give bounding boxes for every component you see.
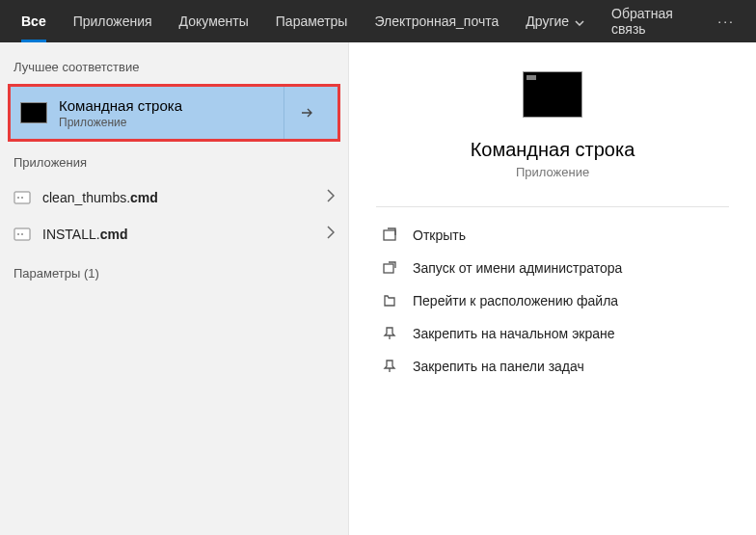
action-pin-start[interactable]: Закрепить на начальном экране: [376, 317, 729, 350]
svg-point-1: [17, 197, 19, 199]
apps-section-header: Приложения: [0, 151, 348, 179]
chevron-down-icon: [575, 13, 584, 29]
best-match-title: Командная строка: [59, 97, 284, 114]
filename-prefix: INSTALL.: [42, 227, 100, 242]
action-label: Закрепить на начальном экране: [413, 326, 615, 341]
chevron-right-icon: [327, 226, 335, 243]
tab-apps[interactable]: Приложения: [60, 0, 166, 42]
list-item[interactable]: INSTALL.cmd: [0, 216, 348, 253]
list-item[interactable]: clean_thumbs.cmd: [0, 179, 348, 216]
expand-arrow-button[interactable]: [284, 87, 328, 139]
best-match-subtitle: Приложение: [59, 116, 284, 129]
best-match-header: Лучшее соответствие: [0, 56, 348, 84]
tab-documents[interactable]: Документы: [166, 0, 262, 42]
preview-pane: Командная строка Приложение Открыть Запу…: [349, 42, 756, 535]
file-icon: [14, 191, 31, 204]
params-section-header[interactable]: Параметры (1): [0, 253, 348, 290]
action-file-location[interactable]: Перейти к расположению файла: [376, 284, 729, 317]
best-match-highlight: Командная строка Приложение: [8, 84, 340, 142]
best-match-texts: Командная строка Приложение: [59, 97, 284, 129]
admin-icon: [380, 258, 399, 278]
open-icon: [380, 226, 399, 245]
pin-start-icon: [380, 324, 399, 343]
folder-icon: [380, 291, 399, 310]
filename-prefix: clean_thumbs.: [42, 190, 130, 205]
top-tab-bar: Все Приложения Документы Параметры Элект…: [0, 0, 756, 42]
svg-rect-6: [384, 230, 395, 240]
svg-point-5: [21, 233, 23, 235]
list-item-label: INSTALL.cmd: [42, 227, 327, 242]
divider: [376, 206, 729, 207]
chevron-right-icon: [327, 189, 335, 206]
tab-settings[interactable]: Параметры: [262, 0, 362, 42]
tab-all[interactable]: Все: [8, 0, 60, 42]
results-pane: Лучшее соответствие Командная строка При…: [0, 42, 349, 535]
preview-title: Командная строка: [471, 139, 635, 161]
list-item-label: clean_thumbs.cmd: [42, 190, 327, 205]
svg-point-2: [21, 197, 23, 199]
tab-other-label: Другие: [526, 13, 569, 29]
pin-taskbar-icon: [380, 357, 399, 376]
file-icon: [14, 227, 31, 241]
best-match-result[interactable]: Командная строка Приложение: [11, 87, 338, 139]
action-open[interactable]: Открыть: [376, 219, 729, 252]
action-run-as-admin[interactable]: Запуск от имени администратора: [376, 252, 729, 284]
feedback-link[interactable]: Обратная связь: [598, 6, 704, 37]
action-label: Запуск от имени администратора: [413, 260, 622, 276]
filename-match: cmd: [100, 227, 128, 242]
tab-other[interactable]: Другие: [512, 0, 598, 42]
tab-email[interactable]: Электронная_почта: [361, 0, 512, 42]
preview-subtitle: Приложение: [516, 165, 589, 179]
action-pin-taskbar[interactable]: Закрепить на панели задач: [376, 350, 729, 383]
more-menu-button[interactable]: ···: [704, 13, 748, 29]
cmd-prompt-icon: [20, 102, 47, 123]
svg-rect-7: [384, 264, 393, 273]
filename-match: cmd: [130, 190, 158, 205]
action-label: Закрепить на панели задач: [413, 359, 584, 374]
actions-list: Открыть Запуск от имени администратора П…: [376, 219, 729, 383]
svg-point-4: [17, 233, 19, 235]
action-label: Перейти к расположению файла: [413, 293, 618, 308]
cmd-prompt-large-icon: [523, 71, 582, 118]
action-label: Открыть: [413, 227, 466, 243]
